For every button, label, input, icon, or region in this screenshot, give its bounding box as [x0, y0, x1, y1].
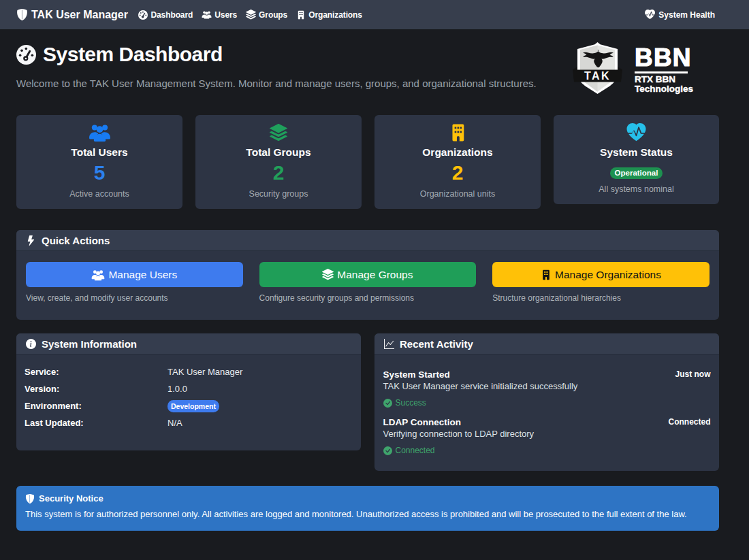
svg-text:TAK: TAK — [584, 70, 611, 82]
